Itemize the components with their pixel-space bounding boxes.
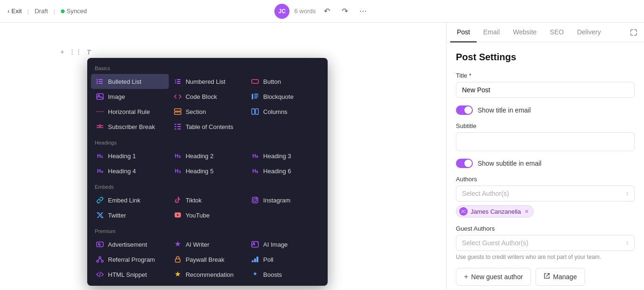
svg-rect-18 (174, 109, 181, 111)
menu-item-boosts[interactable]: Boosts (246, 267, 324, 282)
menu-item-columns[interactable]: Columns (246, 104, 324, 119)
author-remove-button[interactable]: × (525, 208, 528, 215)
more-options-button[interactable]: ⋯ (356, 5, 370, 18)
guest-authors-placeholder: Select Guest Author(s) (462, 239, 528, 247)
menu-item-code-block[interactable]: Code Block (169, 89, 247, 104)
tiktok-label: Tiktok (186, 197, 202, 204)
embed-link-label: Embed Link (108, 197, 140, 204)
horizontal-rule-icon (96, 107, 104, 116)
svg-point-40 (101, 260, 103, 262)
h2-icon: H₂ (173, 152, 182, 160)
show-subtitle-label: Show subtitle in email (478, 160, 541, 167)
boosts-label: Boosts (263, 271, 282, 278)
menu-item-subscriber-break[interactable]: Subscriber Break (91, 119, 169, 134)
menu-item-table-of-contents[interactable]: Table of Contents (169, 119, 247, 134)
instagram-icon (251, 196, 259, 204)
subtitle-label: Subtitle (456, 122, 635, 129)
menu-item-embed-link[interactable]: Embed Link (91, 193, 169, 208)
menu-item-image[interactable]: Image (91, 89, 169, 104)
panel-title: Post Settings (456, 52, 635, 63)
panel-expand-button[interactable] (627, 26, 640, 39)
menu-item-tiktok[interactable]: Tiktok (169, 193, 247, 208)
paywall-icon (173, 255, 182, 264)
menu-item-advertisement[interactable]: Advertisement (91, 237, 169, 252)
subtitle-input[interactable] (456, 132, 635, 151)
show-subtitle-toggle[interactable] (456, 159, 473, 168)
redo-button[interactable]: ↷ (339, 5, 352, 18)
exit-button[interactable]: ‹ Exit (8, 8, 22, 15)
show-subtitle-toggle-row: Show subtitle in email (456, 159, 635, 168)
block-menu: Basics Bulleted List 1. Numbered List (87, 58, 328, 286)
menu-item-section[interactable]: Section (169, 104, 247, 119)
tab-website[interactable]: Website (506, 23, 543, 42)
subscriber-break-icon (96, 122, 104, 131)
person-add-icon: + (464, 273, 468, 281)
menu-item-html-snippet[interactable]: HTML Snippet (91, 267, 169, 282)
menu-item-heading-3[interactable]: H₃ Heading 3 (246, 148, 324, 163)
svg-point-2 (97, 81, 98, 82)
action-row: + New guest author Manage (456, 268, 635, 286)
menu-item-ai-writer[interactable]: AI Writer (169, 237, 247, 252)
svg-line-45 (99, 272, 100, 277)
menu-item-twitter[interactable]: Twitter (91, 208, 169, 223)
heading-6-label: Heading 6 (263, 168, 291, 175)
svg-rect-3 (99, 81, 103, 82)
referral-icon (96, 255, 104, 264)
bulleted-list-label: Bulleted List (108, 78, 141, 85)
menu-item-heading-6[interactable]: H₆ Heading 6 (246, 163, 324, 178)
guest-authors-select[interactable]: Select Guest Author(s) ↕ (456, 235, 635, 251)
menu-item-ai-image[interactable]: AI Image (246, 237, 324, 252)
h6-icon: H₆ (251, 167, 259, 175)
title-input[interactable] (456, 82, 635, 98)
menu-item-button[interactable]: Button (246, 74, 324, 89)
tab-post[interactable]: Post (450, 23, 477, 42)
menu-item-referral-program[interactable]: Referral Program (91, 252, 169, 267)
manage-button[interactable]: Manage (536, 268, 585, 286)
undo-button[interactable]: ↶ (321, 5, 334, 18)
topbar-center: JC 6 words ↶ ↷ ⋯ (274, 4, 370, 19)
menu-item-heading-4[interactable]: H₄ Heading 4 (91, 163, 169, 178)
word-count: 6 words (294, 8, 316, 15)
svg-rect-30 (174, 129, 176, 129)
menu-item-paywall-break[interactable]: Paywall Break (169, 252, 247, 267)
columns-icon (251, 107, 259, 116)
main-layout: + ⋮⋮ T Basics Bulleted List 1. Nu (0, 23, 644, 290)
authors-group: Authors Select Author(s) ↕ JC James Canz… (456, 176, 635, 218)
authors-select[interactable]: Select Author(s) ↕ (456, 185, 635, 201)
new-guest-author-button[interactable]: + New guest author (456, 268, 531, 286)
author-name: James Canzanella (471, 208, 521, 215)
tab-delivery[interactable]: Delivery (570, 23, 608, 42)
show-title-toggle[interactable] (456, 105, 473, 115)
tab-email[interactable]: Email (477, 23, 506, 42)
menu-item-bulleted-list[interactable]: Bulleted List (91, 74, 169, 89)
menu-item-heading-2[interactable]: H₂ Heading 2 (169, 148, 247, 163)
editor-area[interactable]: + ⋮⋮ T Basics Bulleted List 1. Nu (0, 23, 446, 290)
chevron-left-icon: ‹ (8, 8, 9, 15)
author-avatar: JC (459, 207, 468, 216)
menu-item-poll[interactable]: Poll (246, 252, 324, 267)
format-button[interactable]: T (83, 46, 94, 57)
menu-item-youtube[interactable]: YouTube (169, 208, 247, 223)
svg-rect-13 (252, 94, 253, 99)
tiktok-icon (173, 196, 182, 204)
menu-item-instagram[interactable]: Instagram (246, 193, 324, 208)
svg-rect-28 (174, 126, 176, 127)
tab-seo[interactable]: SEO (543, 23, 570, 42)
svg-point-38 (99, 257, 101, 258)
menu-item-blockquote[interactable]: Blockquote (246, 89, 324, 104)
title-label: Title * (456, 72, 635, 79)
menu-item-recommendation[interactable]: Recommendation (169, 267, 247, 282)
headings-section-label: Headings (87, 138, 328, 148)
numbered-list-label: Numbered List (186, 78, 226, 85)
svg-rect-15 (254, 96, 258, 97)
add-block-button[interactable]: + (57, 46, 68, 57)
menu-item-horizontal-rule[interactable]: Horizontal Rule (91, 104, 169, 119)
menu-item-heading-5[interactable]: H₅ Heading 5 (169, 163, 247, 178)
menu-item-numbered-list[interactable]: 1. Numbered List (169, 74, 247, 89)
list-ol-icon: 1. (173, 77, 182, 86)
menu-item-heading-1[interactable]: H₁ Heading 1 (91, 148, 169, 163)
boosts-icon (251, 270, 259, 279)
ai-writer-label: AI Writer (186, 241, 209, 248)
drag-handle[interactable]: ⋮⋮ (70, 46, 81, 57)
avatar[interactable]: JC (274, 4, 289, 19)
